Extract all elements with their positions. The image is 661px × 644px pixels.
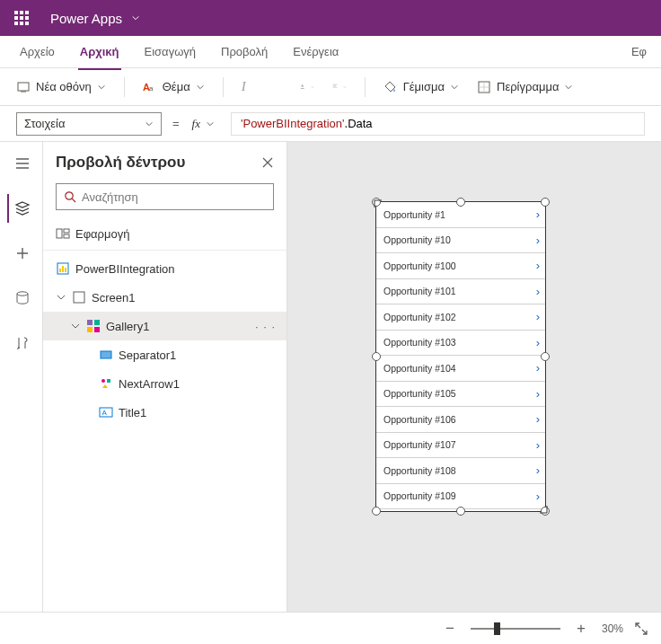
tree-view-pane: Προβολή δέντρου Εφαρμογή PowerBIIntegrat…	[43, 142, 287, 612]
resize-handle[interactable]	[541, 352, 550, 361]
rail-insert[interactable]	[7, 239, 36, 268]
chevron-right-icon[interactable]: ›	[536, 490, 540, 503]
gallery-row[interactable]: Opportunity #104›	[376, 356, 545, 382]
tree-toggle[interactable]	[70, 322, 81, 331]
tree-row-title1[interactable]: A Title1	[43, 398, 286, 427]
zoom-in-button[interactable]: +	[571, 619, 591, 639]
chevron-right-icon[interactable]: ›	[536, 234, 540, 247]
gallery-row[interactable]: Opportunity #10›	[376, 228, 545, 254]
font-color-button[interactable]: A	[295, 79, 320, 95]
gallery-item-title: Opportunity #104	[383, 363, 456, 374]
menu-file[interactable]: Αρχείο	[11, 40, 64, 64]
resize-handle[interactable]	[456, 198, 465, 207]
app-launcher-button[interactable]	[0, 0, 43, 36]
tree-label: Gallery1	[106, 320, 149, 333]
svg-rect-31	[107, 379, 110, 383]
tree-label: Separator1	[119, 348, 176, 362]
app-dropdown[interactable]	[131, 13, 140, 22]
underline-button[interactable]	[259, 84, 269, 91]
rail-hamburger[interactable]	[7, 149, 36, 178]
align-button[interactable]	[327, 79, 352, 95]
slider-track	[471, 628, 560, 630]
zoom-slider[interactable]	[471, 620, 560, 638]
rail-tools[interactable]	[7, 329, 36, 357]
chevron-right-icon[interactable]: ›	[536, 259, 540, 272]
chevron-right-icon[interactable]: ›	[536, 438, 540, 452]
fill-button[interactable]: Γέμισμα	[378, 76, 464, 98]
tree-row-app[interactable]: Εφαρμογή	[43, 219, 286, 248]
gallery-item-title: Opportunity #101	[383, 286, 456, 296]
fit-to-screen-button[interactable]	[634, 622, 648, 636]
gallery-item-title: Opportunity #109	[383, 490, 456, 501]
italic-button[interactable]: I	[236, 75, 251, 98]
gallery-item-title: Opportunity #10	[383, 234, 451, 245]
svg-rect-29	[101, 351, 111, 358]
chevron-right-icon[interactable]: ›	[536, 361, 540, 375]
slider-thumb[interactable]	[494, 622, 500, 635]
tree-close-button[interactable]	[261, 156, 274, 169]
chevron-right-icon[interactable]: ›	[536, 336, 540, 349]
tree-row-nextarrow1[interactable]: NextArrow1	[43, 369, 286, 398]
chevron-right-icon[interactable]: ›	[536, 412, 540, 426]
strikethrough-button[interactable]	[277, 84, 287, 91]
chevron-down-icon	[206, 119, 215, 128]
gallery-row[interactable]: Opportunity #105›	[376, 382, 545, 408]
gallery-row[interactable]: Opportunity #101›	[376, 279, 545, 305]
svg-text:A: A	[102, 409, 108, 417]
gallery-row[interactable]: Opportunity #100›	[376, 253, 545, 279]
formula-token-prop: Data	[348, 117, 372, 130]
tree-row-screen1[interactable]: Screen1	[43, 283, 286, 312]
menu-insert[interactable]: Εισαγωγή	[136, 40, 205, 64]
svg-rect-3	[14, 16, 18, 20]
menu-home[interactable]: Αρχική	[71, 40, 128, 64]
tree-toggle[interactable]	[56, 293, 66, 302]
svg-point-15	[17, 292, 28, 296]
gallery-selection[interactable]: Opportunity #1›Opportunity #10›Opportuni…	[375, 201, 546, 512]
svg-rect-18	[64, 229, 69, 233]
gallery-row[interactable]: Opportunity #106›	[376, 407, 545, 433]
search-box[interactable]	[56, 183, 274, 210]
canvas[interactable]: Opportunity #1›Opportunity #10›Opportuni…	[287, 142, 661, 612]
tree-row-gallery1[interactable]: Gallery1 · · ·	[43, 312, 286, 340]
powerbi-icon	[56, 261, 70, 276]
fx-button[interactable]: fx	[190, 117, 220, 131]
border-label: Περίγραμμα	[497, 80, 559, 93]
gallery-item-title: Opportunity #1	[383, 209, 445, 220]
theme-button[interactable]: Aa Θέμα	[137, 76, 210, 98]
gallery-row[interactable]: Opportunity #102›	[376, 304, 545, 331]
resize-handle[interactable]	[372, 507, 381, 516]
resize-handle[interactable]	[456, 507, 465, 516]
chevron-right-icon[interactable]: ›	[536, 387, 540, 401]
gallery-row[interactable]: Opportunity #103›	[376, 331, 545, 357]
tree-row-powerbi[interactable]: PowerBIIntegration	[43, 254, 286, 283]
formula-input[interactable]: 'PowerBIIntegration'.Data	[231, 112, 645, 136]
tree-row-separator1[interactable]: Separator1	[43, 340, 286, 369]
search-input[interactable]	[82, 190, 266, 204]
chevron-right-icon[interactable]: ›	[536, 207, 540, 221]
gallery-row[interactable]: Opportunity #109›	[376, 484, 545, 510]
zoom-out-button[interactable]: −	[440, 619, 460, 639]
resize-handle[interactable]	[372, 352, 381, 361]
gallery-row[interactable]: Opportunity #108›	[376, 458, 545, 484]
screen-icon	[72, 290, 86, 304]
resize-handle[interactable]	[541, 198, 550, 207]
chevron-down-icon	[450, 83, 459, 92]
chevron-right-icon[interactable]: ›	[536, 310, 540, 323]
gallery-item-title: Opportunity #102	[383, 312, 456, 322]
svg-rect-8	[25, 22, 29, 25]
rail-tree-view[interactable]	[7, 194, 36, 223]
gallery-row[interactable]: Opportunity #107›	[376, 433, 545, 459]
tree-title: Προβολή δέντρου	[56, 154, 185, 172]
menu-right-partial[interactable]: Εφ	[628, 40, 650, 64]
menu-action[interactable]: Ενέργεια	[284, 40, 348, 64]
rail-data[interactable]	[7, 284, 36, 313]
label-icon: A	[99, 405, 113, 419]
tree-more-button[interactable]: · · ·	[255, 320, 276, 333]
database-icon	[14, 290, 31, 306]
property-dropdown[interactable]: Στοιχεία	[16, 112, 162, 136]
new-screen-button[interactable]: Νέα οθόνη	[11, 76, 111, 98]
chevron-right-icon[interactable]: ›	[536, 285, 540, 298]
border-button[interactable]: Περίγραμμα	[472, 76, 578, 98]
menu-view[interactable]: Προβολή	[212, 40, 277, 64]
chevron-right-icon[interactable]: ›	[536, 463, 540, 477]
